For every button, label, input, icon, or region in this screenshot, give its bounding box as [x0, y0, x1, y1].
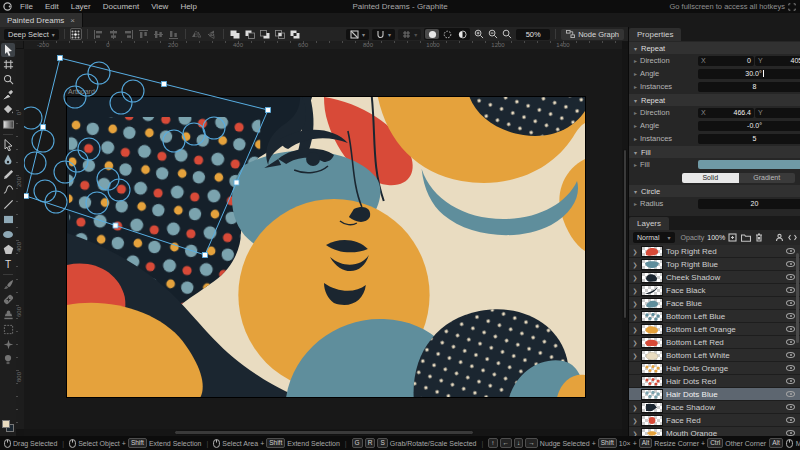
vertical-scrollbar-thumb[interactable]	[623, 149, 627, 319]
delete-layer-icon[interactable]	[755, 233, 763, 242]
expand-chevron-icon[interactable]: ❯	[632, 326, 638, 333]
close-tab-icon[interactable]: ×	[70, 16, 75, 25]
document-tab[interactable]: Painted Dreams ×	[0, 13, 83, 27]
layer-row-mouth-orange[interactable]: ❯Mouth Orange	[629, 427, 800, 436]
expand-chevron-icon[interactable]: ❯	[632, 248, 638, 255]
align-top-icon[interactable]	[138, 28, 150, 40]
working-colors-swatch[interactable]	[2, 420, 14, 432]
boolean-subtract-front-icon[interactable]	[244, 28, 256, 40]
layer-row-bottom-left-orange[interactable]: ❯Bottom Left Orange	[629, 323, 800, 336]
canvas-viewport[interactable]: Artboard	[24, 49, 622, 429]
layer-row-hair-dots-red[interactable]: Hair Dots Red	[629, 375, 800, 388]
boolean-intersect-icon[interactable]	[274, 28, 286, 40]
align-bottom-icon[interactable]	[168, 28, 180, 40]
visibility-eye-icon[interactable]	[786, 287, 796, 294]
flip-vertical-icon[interactable]	[206, 28, 218, 40]
selection-handles[interactable]	[24, 56, 271, 258]
tab-layers[interactable]: Layers	[629, 217, 669, 230]
ellipse-tool[interactable]	[1, 228, 15, 242]
boolean-subtract-back-icon[interactable]	[259, 28, 271, 40]
node-graph-button[interactable]: Node Graph	[561, 29, 624, 40]
graphite-logo-icon[interactable]	[0, 2, 14, 11]
expand-panel-icon[interactable]	[788, 234, 797, 241]
menu-edit[interactable]: Edit	[39, 2, 65, 11]
pivot-grid-icon[interactable]	[70, 28, 82, 40]
value-input[interactable]: 5	[698, 134, 800, 144]
menu-document[interactable]: Document	[97, 2, 145, 11]
visibility-eye-icon[interactable]	[786, 261, 796, 268]
expand-chevron-icon[interactable]: ❯	[632, 274, 638, 281]
menu-view[interactable]: View	[145, 2, 174, 11]
relight-tool[interactable]	[1, 353, 15, 367]
expand-chevron-icon[interactable]: ❯	[632, 352, 638, 359]
line-tool[interactable]	[1, 198, 15, 212]
expand-chevron-icon[interactable]: ❯	[632, 300, 638, 307]
y-input[interactable]: Y405.7	[755, 56, 800, 66]
spline-tool[interactable]	[1, 183, 15, 197]
align-horizontal-center-icon[interactable]	[108, 28, 120, 40]
expand-chevron-icon[interactable]: ❯	[632, 404, 638, 411]
gradient-button[interactable]: Gradient	[739, 173, 796, 183]
align-vertical-center-icon[interactable]	[153, 28, 165, 40]
layer-row-hair-dots-blue[interactable]: Hair Dots Blue	[629, 388, 800, 401]
layer-row-face-blue[interactable]: ❯Face Blue	[629, 297, 800, 310]
clone-tool[interactable]	[1, 308, 15, 322]
overlays-toggle[interactable]: ▾	[346, 29, 369, 40]
blend-mode-dropdown[interactable]: Normal ▾	[633, 232, 675, 243]
snapping-toggle[interactable]: ▾	[372, 29, 395, 40]
visibility-eye-icon[interactable]	[786, 352, 796, 359]
value-input[interactable]: -0.0°	[698, 121, 800, 131]
zoom-reset-button[interactable]	[501, 28, 513, 40]
value-input[interactable]: 20	[698, 199, 800, 209]
layer-row-cheek-shadow[interactable]: ❯Cheek Shadow	[629, 271, 800, 284]
layer-row-hair-dots-orange[interactable]: Hair Dots Orange	[629, 362, 800, 375]
heal-tool[interactable]	[1, 293, 15, 307]
expand-chevron-icon[interactable]: ❯	[632, 287, 638, 294]
fill-color-swatch[interactable]	[698, 160, 800, 169]
layer-row-bottom-left-red[interactable]: ❯Bottom Left Red	[629, 336, 800, 349]
boolean-union-icon[interactable]	[229, 28, 241, 40]
select-all-icon[interactable]	[775, 233, 784, 242]
value-input[interactable]: 30.0°	[698, 69, 800, 79]
horizontal-scrollbar[interactable]	[24, 429, 622, 436]
layer-row-face-black[interactable]: ❯Face Black	[629, 284, 800, 297]
zoom-in-button[interactable]	[473, 28, 485, 40]
zoom-level-field[interactable]: 50%	[516, 29, 550, 40]
section-header-repeat-0[interactable]: ▾Repeat	[629, 42, 800, 54]
visibility-eye-icon[interactable]	[786, 300, 796, 307]
view-mode-outline[interactable]	[440, 29, 454, 39]
layer-row-face-shadow[interactable]: ❯Face Shadow	[629, 401, 800, 414]
polygon-tool[interactable]	[1, 243, 15, 257]
visibility-eye-icon[interactable]	[786, 365, 796, 372]
visibility-eye-icon[interactable]	[786, 313, 796, 320]
visibility-eye-icon[interactable]	[786, 391, 796, 398]
fill-tool[interactable]	[1, 103, 15, 117]
freehand-tool[interactable]	[1, 168, 15, 182]
flip-horizontal-icon[interactable]	[191, 28, 203, 40]
value-input[interactable]: 8	[698, 82, 800, 92]
x-input[interactable]: X0	[698, 56, 754, 66]
menu-layer[interactable]: Layer	[65, 2, 97, 11]
grid-toggle[interactable]: ▾	[398, 29, 421, 40]
solid-button[interactable]: Solid	[682, 173, 739, 183]
expand-chevron-icon[interactable]: ❯	[632, 261, 638, 268]
expand-chevron-icon[interactable]: ❯	[632, 339, 638, 346]
menu-file[interactable]: File	[14, 2, 39, 11]
visibility-eye-icon[interactable]	[786, 378, 796, 385]
visibility-eye-icon[interactable]	[786, 417, 796, 424]
new-layer-icon[interactable]	[728, 233, 737, 242]
layer-row-top-right-blue[interactable]: ❯Top Right Blue	[629, 258, 800, 271]
layers-scrollbar[interactable]	[796, 253, 799, 343]
visibility-eye-icon[interactable]	[786, 404, 796, 411]
visibility-eye-icon[interactable]	[786, 248, 796, 255]
tab-properties[interactable]: Properties	[629, 28, 681, 41]
layer-row-bottom-left-blue[interactable]: ❯Bottom Left Blue	[629, 310, 800, 323]
view-mode-pixels[interactable]	[455, 29, 469, 39]
opacity-field[interactable]: 100%	[707, 234, 725, 241]
navigate-tool[interactable]	[1, 73, 15, 87]
path-tool[interactable]	[1, 138, 15, 152]
select-tool[interactable]	[1, 43, 15, 57]
visibility-eye-icon[interactable]	[786, 339, 796, 346]
align-right-icon[interactable]	[123, 28, 135, 40]
new-folder-icon[interactable]	[741, 234, 751, 242]
